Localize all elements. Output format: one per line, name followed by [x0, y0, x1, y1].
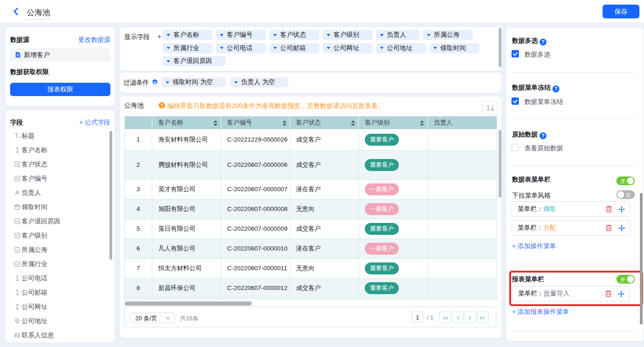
svg-text:7: 7 — [17, 206, 18, 209]
